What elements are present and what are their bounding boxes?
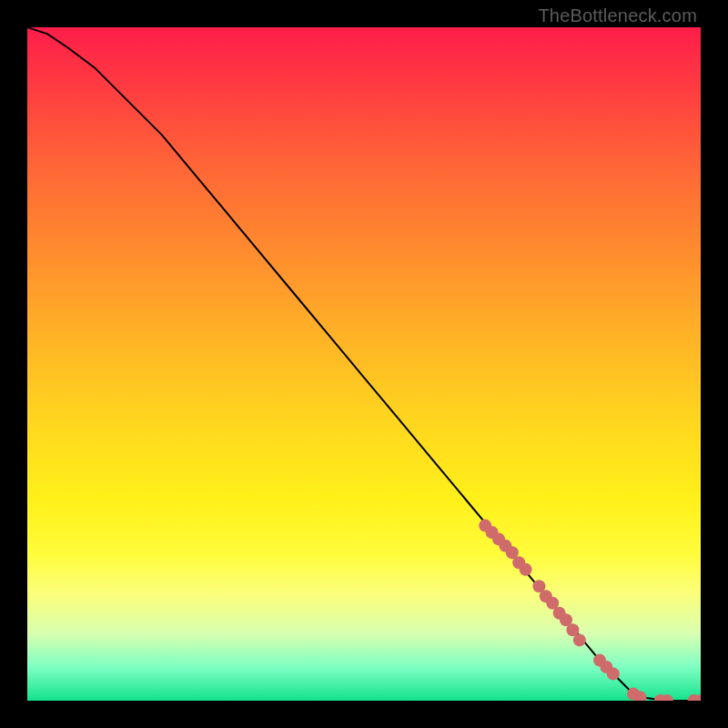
bottleneck-curve xyxy=(27,27,701,701)
chart-frame: TheBottleneck.com xyxy=(0,0,728,728)
plot-area xyxy=(27,27,701,701)
data-marker xyxy=(607,667,620,680)
chart-svg xyxy=(27,27,701,701)
watermark-text: TheBottleneck.com xyxy=(538,5,697,26)
data-marker xyxy=(573,633,586,646)
data-marker xyxy=(520,563,532,576)
marker-group xyxy=(479,520,701,701)
